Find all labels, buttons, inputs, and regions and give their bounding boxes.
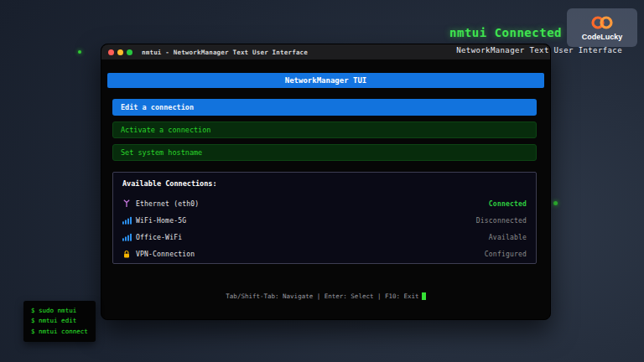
wifi-icon — [122, 233, 136, 241]
connection-row[interactable]: Ethernet (eth0) Connected — [122, 195, 527, 212]
command-list: $ sudo nmtui $ nmtui edit $ nmtui connec… — [23, 301, 96, 342]
menu-item-edit-connection[interactable]: Edit a connection — [112, 99, 537, 116]
infinity-logo-icon — [588, 14, 616, 31]
tui-header-bar: NetworkManager TUI — [107, 73, 544, 88]
terminal-cursor — [422, 292, 426, 300]
wifi-icon — [122, 216, 136, 225]
connection-status: Disconnected — [476, 217, 527, 225]
lock-icon — [122, 250, 136, 258]
connection-name: Office-WiFi — [136, 234, 489, 241]
close-button[interactable] — [108, 49, 114, 55]
connection-name: WiFi-Home-5G — [136, 217, 476, 225]
brand-name: CodeLucky — [582, 33, 623, 41]
connection-row[interactable]: WiFi-Home-5G Disconnected — [122, 212, 527, 229]
hero-title: nmtui Connected — [449, 26, 562, 39]
menu-item-activate-connection[interactable]: Activate a connection — [112, 122, 537, 138]
connection-row[interactable]: Office-WiFi Available — [122, 229, 527, 246]
command-line: $ nmtui edit — [31, 316, 88, 326]
panel-title: Available Connections: — [122, 179, 527, 188]
maximize-button[interactable] — [127, 49, 132, 55]
particle-dot — [553, 201, 558, 205]
brand-badge: CodeLucky — [567, 8, 637, 47]
command-line: $ sudo nmtui — [31, 306, 88, 316]
terminal-body: NetworkManager TUI Edit a connection Act… — [101, 59, 550, 318]
available-connections-panel: Available Connections: Ethernet (eth0) C… — [112, 172, 537, 264]
connection-row[interactable]: VPN-Connection Configured — [122, 246, 527, 262]
hero-subtitle: NetworkManager Text User Interface — [456, 46, 622, 54]
connection-name: VPN-Connection — [136, 251, 485, 258]
menu-item-set-hostname[interactable]: Set system hostname — [112, 144, 537, 161]
hint-text: Tab/Shift-Tab: Navigate | Enter: Select … — [226, 292, 418, 300]
connection-status: Available — [489, 234, 527, 241]
connection-status: Configured — [485, 251, 527, 258]
ethernet-icon — [122, 199, 136, 208]
connection-status: Connected — [489, 200, 527, 208]
command-line: $ nmtui connect — [31, 327, 88, 337]
connection-name: Ethernet (eth0) — [136, 200, 489, 208]
background: nmtui Connected NetworkManager Text User… — [0, 0, 644, 362]
minimize-button[interactable] — [117, 49, 123, 55]
window-title: nmtui - NetworkManager Text User Interfa… — [142, 49, 308, 56]
keybinding-hint: Tab/Shift-Tab: Navigate | Enter: Select … — [101, 292, 550, 300]
terminal-window: nmtui - NetworkManager Text User Interfa… — [101, 44, 551, 320]
main-menu: Edit a connection Activate a connection … — [112, 99, 537, 161]
particle-dot — [78, 50, 81, 54]
